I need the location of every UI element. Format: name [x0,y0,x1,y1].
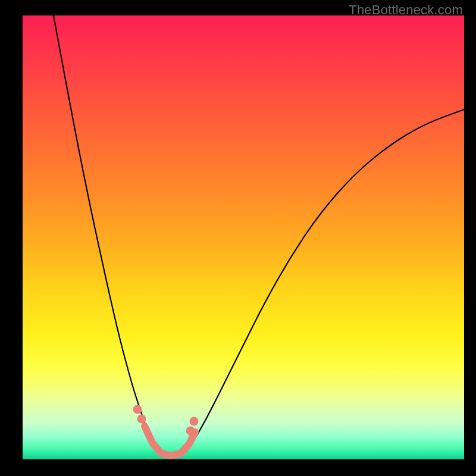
left-dot-upper-icon [133,405,142,414]
chart-frame: TheBottleneck.com [0,0,476,476]
right-dot-lower-icon [186,427,195,436]
right-curve [180,109,464,456]
salmon-dot-group [133,405,199,436]
watermark-text: TheBottleneck.com [349,2,463,18]
plot-area [23,15,464,459]
curve-layer [23,15,464,459]
left-curve [54,15,171,456]
right-dot-upper-icon [190,417,199,426]
left-dot-lower-icon [137,415,146,424]
